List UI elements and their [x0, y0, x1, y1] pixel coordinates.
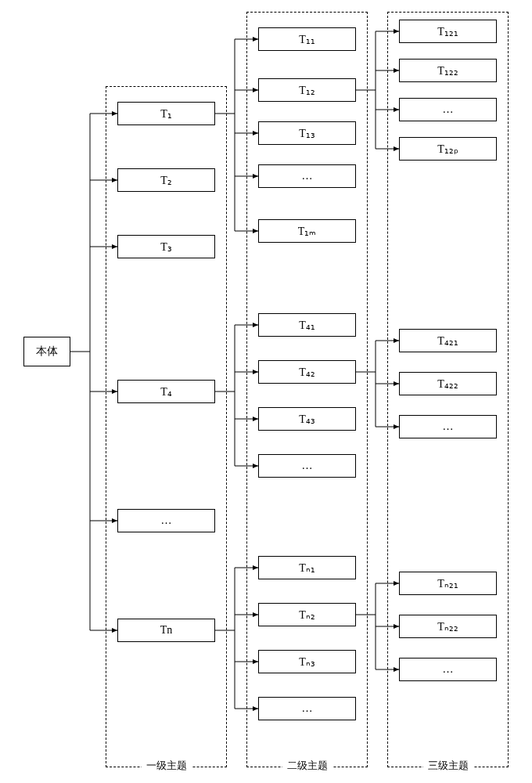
- l1-t1: T₁: [117, 102, 215, 125]
- l2-tn1: Tₙ₁: [258, 556, 356, 579]
- l2-t13: T₁₃: [258, 121, 356, 145]
- l2-t12: T₁₂: [258, 78, 356, 102]
- l3-t121: T₁₂₁: [399, 20, 497, 43]
- l3-tn2-ellipsis: …: [399, 658, 497, 681]
- root-node: 本体: [23, 337, 70, 366]
- l2-t41: T₄₁: [258, 313, 356, 337]
- l1-tn: Tn: [117, 619, 215, 642]
- l2-t11: T₁₁: [258, 27, 356, 51]
- level2-caption: 二级主题: [282, 759, 332, 773]
- l3-tn22: Tₙ₂₂: [399, 615, 497, 638]
- l2-t42: T₄₂: [258, 360, 356, 384]
- l2-t43: T₄₃: [258, 407, 356, 431]
- l2-tn3: Tₙ₃: [258, 650, 356, 673]
- level1-caption: 一级主题: [142, 759, 192, 773]
- l3-t12p: T₁₂ₚ: [399, 137, 497, 161]
- l3-t42-ellipsis: …: [399, 415, 497, 438]
- l3-t12-ellipsis: …: [399, 98, 497, 121]
- l1-ellipsis: …: [117, 509, 215, 532]
- l2-tn-ellipsis: …: [258, 697, 356, 720]
- l2-t4-ellipsis: …: [258, 454, 356, 478]
- l3-t122: T₁₂₂: [399, 59, 497, 82]
- l3-tn21: Tₙ₂₁: [399, 572, 497, 595]
- l1-t2: T₂: [117, 168, 215, 192]
- level3-caption: 三级主题: [423, 759, 473, 773]
- l2-t1-ellipsis: …: [258, 164, 356, 188]
- l1-t4: T₄: [117, 380, 215, 403]
- l3-t422: T₄₂₂: [399, 372, 497, 395]
- diagram-canvas: 一级主题 二级主题 三级主题 本体 T₁ T₂ T₃ T₄ … Tn T₁₁ T…: [0, 0, 532, 783]
- l2-tn2: Tₙ₂: [258, 603, 356, 626]
- l1-t3: T₃: [117, 235, 215, 258]
- l2-t1m: T₁ₘ: [258, 219, 356, 243]
- l3-t421: T₄₂₁: [399, 329, 497, 352]
